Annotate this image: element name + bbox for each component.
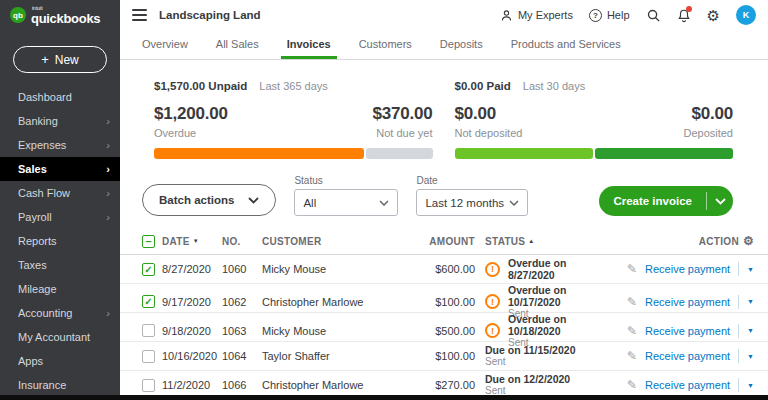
cell-amount: $100.00 [407, 350, 475, 362]
sidebar-item-sales[interactable]: Sales› [0, 157, 120, 181]
cell-amount: $270.00 [407, 379, 475, 391]
search-icon[interactable] [646, 8, 661, 23]
cell-action: ✎ Receive payment ▼ [604, 349, 754, 363]
sidebar: qb intuit quickbooks + New Dashboard Ban… [0, 0, 120, 400]
not-deposited-bar-segment[interactable] [455, 148, 593, 159]
sidebar-item-reports[interactable]: Reports [0, 229, 120, 253]
receive-payment-link[interactable]: Receive payment [645, 296, 730, 308]
chevron-down-icon[interactable] [707, 186, 733, 216]
receive-payment-link[interactable]: Receive payment [645, 325, 730, 337]
row-checkbox[interactable]: ✓ [142, 263, 155, 276]
cell-no: 1062 [222, 296, 262, 308]
column-header-date[interactable]: DATE▼ [162, 236, 222, 247]
sidebar-item-banking[interactable]: Banking› [0, 109, 120, 133]
table-row[interactable]: 10/16/2020 1064 Taylor Shaffer $100.00 D… [120, 342, 768, 371]
row-checkbox[interactable] [142, 350, 155, 363]
cell-date: 8/27/2020 [162, 263, 222, 275]
chevron-right-icon: › [106, 307, 110, 319]
create-invoice-button[interactable]: Create invoice [599, 186, 733, 216]
new-button[interactable]: + New [13, 46, 107, 73]
row-checkbox[interactable] [142, 324, 155, 337]
person-icon [500, 9, 513, 22]
edit-pencil-icon[interactable]: ✎ [627, 378, 637, 392]
sidebar-item-mileage[interactable]: Mileage [0, 277, 120, 301]
tab-invoices[interactable]: Invoices [287, 38, 331, 59]
edit-pencil-icon[interactable]: ✎ [627, 295, 637, 309]
tab-deposits[interactable]: Deposits [440, 38, 483, 59]
sidebar-item-taxes[interactable]: Taxes [0, 253, 120, 277]
sidebar-item-accounting[interactable]: Accounting› [0, 301, 120, 325]
action-dropdown-icon[interactable]: ▼ [747, 382, 754, 389]
overdue-bar-segment[interactable] [154, 148, 364, 159]
top-bar: Landscaping Land My Experts ? Help ⚙ K [120, 0, 768, 30]
column-header-action: ACTION⚙ [604, 234, 754, 248]
sidebar-item-my-accountant[interactable]: My Accountant [0, 325, 120, 349]
cell-customer: Christopher Marlowe [262, 296, 407, 308]
row-checkbox[interactable]: ✓ [142, 295, 155, 308]
sidebar-item-dashboard[interactable]: Dashboard [0, 85, 120, 109]
receive-payment-link[interactable]: Receive payment [645, 379, 730, 391]
cell-customer: Micky Mouse [262, 263, 407, 275]
batch-actions-button[interactable]: Batch actions [142, 184, 276, 216]
column-header-status[interactable]: STATUS▲ [475, 236, 604, 247]
column-header-no[interactable]: NO. [222, 236, 262, 247]
my-experts-button[interactable]: My Experts [500, 9, 573, 22]
help-button[interactable]: ? Help [589, 9, 630, 22]
chevron-down-icon [379, 200, 389, 206]
unpaid-progress-bar[interactable] [154, 148, 433, 159]
tab-products-and-services[interactable]: Products and Services [511, 38, 621, 59]
sidebar-item-label: Cash Flow [18, 187, 70, 199]
paid-progress-bar[interactable] [455, 148, 734, 159]
table-row[interactable]: ✓ 8/27/2020 1060 Micky Mouse $600.00 ! O… [120, 255, 768, 284]
action-dropdown-icon[interactable]: ▼ [747, 353, 754, 360]
table-row[interactable]: 9/18/2020 1063 Micky Mouse $500.00 ! Ove… [120, 313, 768, 342]
paid-period: Last 30 days [523, 80, 585, 92]
sidebar-item-cash-flow[interactable]: Cash Flow› [0, 181, 120, 205]
sort-asc-icon: ▲ [528, 238, 534, 244]
edit-pencil-icon[interactable]: ✎ [627, 324, 637, 338]
deposited-bar-segment[interactable] [595, 148, 733, 159]
chevron-right-icon: › [106, 187, 110, 199]
avatar[interactable]: K [736, 5, 756, 25]
action-dropdown-icon[interactable]: ▼ [747, 266, 754, 273]
sidebar-item-insurance[interactable]: Insurance [0, 373, 120, 397]
my-experts-label: My Experts [518, 9, 573, 21]
sidebar-item-label: Apps [18, 355, 43, 367]
receive-payment-link[interactable]: Receive payment [645, 263, 730, 275]
quickbooks-logo[interactable]: qb intuit quickbooks [0, 0, 120, 30]
action-dropdown-icon[interactable]: ▼ [747, 327, 754, 334]
cell-no: 1066 [222, 379, 262, 391]
company-name: Landscaping Land [159, 9, 261, 21]
not-due-bar-segment[interactable] [366, 148, 432, 159]
column-header-customer[interactable]: CUSTOMER [262, 236, 407, 247]
column-header-amount[interactable]: AMOUNT [407, 236, 475, 247]
tab-all-sales[interactable]: All Sales [216, 38, 259, 59]
row-checkbox[interactable] [142, 379, 155, 392]
tab-customers[interactable]: Customers [359, 38, 412, 59]
unpaid-period: Last 365 days [259, 80, 328, 92]
settings-gear-icon[interactable]: ⚙ [707, 8, 720, 23]
action-dropdown-icon[interactable]: ▼ [747, 298, 754, 305]
hamburger-menu-icon[interactable] [132, 9, 147, 21]
overdue-warning-icon: ! [485, 323, 500, 338]
table-settings-gear-icon[interactable]: ⚙ [743, 234, 754, 248]
sidebar-item-apps[interactable]: Apps [0, 349, 120, 373]
table-row[interactable]: ✓ 9/17/2020 1062 Christopher Marlowe $10… [120, 284, 768, 313]
chevron-right-icon: › [106, 211, 110, 223]
sidebar-item-label: Accounting [18, 307, 72, 319]
status-filter-select[interactable]: All [294, 189, 398, 216]
edit-pencil-icon[interactable]: ✎ [627, 349, 637, 363]
tab-overview[interactable]: Overview [142, 38, 188, 59]
edit-pencil-icon[interactable]: ✎ [627, 262, 637, 276]
date-filter-select[interactable]: Last 12 months [416, 189, 528, 216]
receive-payment-link[interactable]: Receive payment [645, 350, 730, 362]
sidebar-item-expenses[interactable]: Expenses› [0, 133, 120, 157]
cell-action: ✎ Receive payment ▼ [604, 295, 754, 309]
intuit-label: intuit [32, 6, 100, 11]
sort-desc-icon: ▼ [193, 238, 199, 244]
action-divider [738, 324, 739, 338]
sidebar-item-payroll[interactable]: Payroll› [0, 205, 120, 229]
select-all-checkbox[interactable]: – [142, 235, 155, 248]
cell-customer: Christopher Marlowe [262, 379, 407, 391]
notifications-bell-icon[interactable] [677, 8, 691, 23]
